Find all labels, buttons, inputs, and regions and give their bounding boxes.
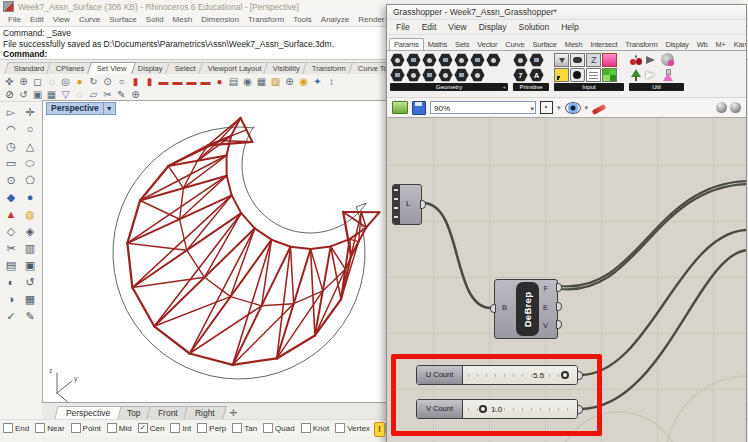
osnap-item[interactable]: Int [170, 423, 191, 433]
osnap-item[interactable]: ✓ Cen [138, 423, 165, 433]
slider-knob[interactable] [561, 371, 569, 379]
rhino-toolbar-icon[interactable]: ▬ [185, 75, 198, 88]
rhino-toolbar-icon[interactable]: ↕ [325, 75, 338, 88]
value-list-icon[interactable] [586, 53, 601, 67]
grasshopper-category-tab[interactable]: Vector [473, 39, 501, 50]
geometry-param-icon[interactable] [470, 53, 485, 67]
grasshopper-category-tab[interactable]: Maths [424, 39, 451, 50]
sidebar-tool-icon[interactable]: ✓ [2, 308, 20, 324]
cluster-icon[interactable] [661, 53, 674, 66]
rhino-menu-item[interactable]: Dimension [197, 15, 243, 24]
geometry-panel-component[interactable]: L [392, 184, 422, 225]
open-file-icon[interactable] [392, 101, 408, 114]
render-sphere-icon[interactable] [716, 102, 727, 113]
viewport-tab[interactable]: Right [183, 406, 226, 419]
text-param-a-icon[interactable]: A [529, 68, 544, 82]
rhino-toolbar-icon[interactable]: ○ [115, 75, 128, 88]
sidebar-tool-icon[interactable]: ▤ [2, 257, 20, 273]
v-count-slider[interactable]: V Count 1.0 [416, 399, 578, 419]
osnap-item[interactable]: Near [35, 423, 64, 433]
zoom-level-select[interactable]: 90% ▾ [430, 101, 536, 114]
sidebar-tool-icon[interactable]: ◆ [2, 189, 20, 205]
viewport-tab[interactable]: Perspective [54, 406, 122, 419]
geometry-param-icon[interactable] [406, 68, 421, 82]
rhino-menu-item[interactable]: Analyze [317, 15, 353, 24]
rhino-toolbar-icon[interactable]: ▬ [157, 75, 170, 88]
number-param-icon[interactable] [529, 53, 544, 67]
sidebar-tool-icon[interactable]: ◑ [2, 291, 20, 307]
rhino-toolbar-icon[interactable]: ▬ [171, 75, 184, 88]
rhino-menu-item[interactable]: Surface [105, 15, 141, 24]
grasshopper-category-tab[interactable]: Intersect [586, 39, 621, 50]
osnap-checkbox[interactable] [35, 423, 45, 433]
sidebar-tool-icon[interactable]: ✎ [21, 308, 39, 324]
rhino-toolbar-icon[interactable]: ⊕ [283, 75, 296, 88]
text-param-7-icon[interactable]: 7 [513, 68, 528, 82]
osnap-checkbox[interactable] [170, 423, 180, 433]
add-viewport-button[interactable]: ✛ [230, 408, 238, 419]
number-slider-icon[interactable] [570, 68, 585, 82]
viewport-name[interactable]: Perspective [46, 102, 104, 115]
grasshopper-category-tab[interactable]: Sets [451, 39, 473, 50]
galapagos-icon[interactable] [661, 68, 676, 82]
save-file-icon[interactable] [412, 101, 426, 115]
rhino-menu-item[interactable]: Render [354, 15, 388, 24]
rhino-menu-item[interactable]: Transform [244, 15, 288, 24]
slider-knob[interactable] [479, 405, 487, 413]
debrep-component[interactable]: B DeBrep F E V [494, 279, 558, 339]
osnap-checkbox[interactable] [301, 423, 311, 433]
osnap-checkbox[interactable] [335, 423, 345, 433]
grasshopper-canvas[interactable]: L B DeBrep F E V U Count 5.5 V Count [387, 118, 746, 442]
rhino-toolbar-icon[interactable]: ◌ [45, 75, 58, 88]
rhino-toolbar-icon[interactable]: ● [73, 75, 86, 88]
geometry-param-icon[interactable] [438, 68, 453, 82]
preview-eye-icon[interactable] [565, 102, 581, 114]
grasshopper-category-tab[interactable]: Display [661, 39, 692, 50]
grasshopper-menu-item[interactable]: Display [474, 22, 512, 32]
rhino-toolbar-tab[interactable]: Set View [87, 62, 136, 74]
grasshopper-category-tab[interactable]: Mesh [561, 39, 587, 50]
grasshopper-menu-item[interactable]: Edit [417, 22, 442, 32]
osnap-checkbox[interactable] [197, 423, 207, 433]
grasshopper-category-tab[interactable]: Curve [501, 39, 528, 50]
osnap-item[interactable]: Perp [197, 423, 226, 433]
sidebar-tool-icon[interactable]: ✂ [2, 240, 20, 256]
rhino-menu-item[interactable]: Tools [289, 15, 316, 24]
rhino-toolbar-icon[interactable]: ↺ [17, 88, 30, 101]
rhino-toolbar-icon[interactable]: ▬ [199, 75, 212, 88]
sidebar-tool-icon[interactable]: △ [21, 138, 39, 154]
geometry-param-icon[interactable] [486, 53, 501, 67]
grasshopper-category-tab[interactable]: Wb [693, 39, 712, 50]
osnap-item[interactable]: Tan [232, 423, 257, 433]
sidebar-tool-icon[interactable]: ▭ [2, 155, 20, 171]
rhino-toolbar-icon[interactable]: ⊙ [101, 75, 114, 88]
grasshopper-category-tab[interactable]: Surface [528, 39, 560, 50]
debrep-input-port-b[interactable] [490, 304, 496, 313]
geometry-param-icon[interactable] [470, 68, 485, 82]
grasshopper-category-tab[interactable]: Transform [621, 39, 661, 50]
rhino-toolbar-icon[interactable]: ✜ [3, 75, 16, 88]
osnap-item[interactable]: End [3, 423, 29, 433]
rhino-toolbar-icon[interactable]: ◉ [241, 75, 254, 88]
osnap-checkbox[interactable] [3, 423, 13, 433]
sidebar-tool-icon[interactable]: ◈ [21, 223, 39, 239]
osnap-item[interactable]: Vertex [335, 423, 370, 433]
rhino-toolbar-icon[interactable]: ◎ [59, 75, 72, 88]
u-count-slider[interactable]: U Count 5.5 [416, 365, 578, 385]
slider-track[interactable]: 1.0 [463, 400, 577, 418]
osnap-checkbox[interactable] [232, 423, 242, 433]
rhino-toolbar-icon[interactable]: ↻ [87, 75, 100, 88]
rhino-toolbar-icon[interactable]: ● [213, 75, 226, 88]
rhino-toolbar-icon[interactable]: ⊕ [17, 75, 30, 88]
zoom-extents-icon[interactable] [540, 101, 553, 114]
grasshopper-category-tab[interactable]: Kangaroo2 [730, 39, 746, 50]
sidebar-tool-icon[interactable]: ✛ [21, 104, 39, 120]
geometry-param-icon[interactable] [454, 68, 469, 82]
sidebar-tool-icon[interactable]: ▥ [21, 240, 39, 256]
sidebar-tool-icon[interactable]: ▣ [21, 257, 39, 273]
rhino-menu-item[interactable]: Curve [75, 15, 104, 24]
osnap-checkbox[interactable] [263, 423, 273, 433]
rhino-toolbar-tab[interactable]: Viewport Layout [198, 62, 272, 74]
grasshopper-menu-item[interactable]: View [443, 22, 471, 32]
rhino-menu-item[interactable]: Solid [142, 15, 168, 24]
